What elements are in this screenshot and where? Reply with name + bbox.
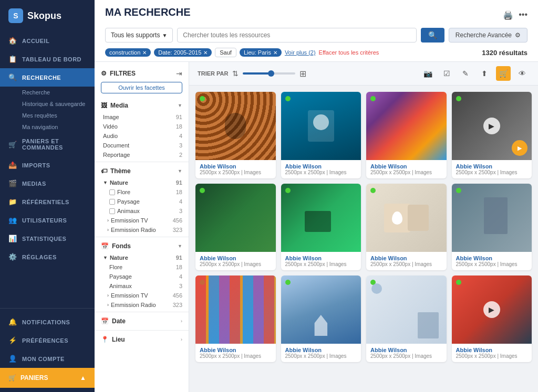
effacer-link[interactable]: Effacer tous les critères [319,49,379,56]
fonds-emmission-radio[interactable]: › Emmission Radio 323 [95,300,189,310]
subnav-recherche[interactable]: Recherche [22,87,95,98]
filter-document[interactable]: Document 3 [95,141,189,150]
theme-chevron-icon: ▼ [178,168,182,174]
sidebar-item-medias[interactable]: 🎬 MEDIAS [0,174,95,193]
image-card-8[interactable]: Abbie Wilson 2500px x 2500px | Images [452,184,532,270]
image-author-5: Abbie Wilson [200,255,272,261]
play-button-12[interactable]: ▶ [483,301,500,318]
support-selector[interactable]: Tous les supports ▼ [105,28,173,43]
image-thumb-3 [366,92,447,160]
theme-flore-checkbox[interactable] [109,189,115,195]
theme-paysage[interactable]: Paysage 4 [95,197,189,206]
check-btn[interactable]: ☑ [439,66,454,81]
play-button-4[interactable]: ▶ [483,118,500,134]
status-dot-5 [200,188,205,193]
image-card-12[interactable]: ▶ Abbie Wilson 2500px x 2500px | Images [452,276,532,362]
sidebar-item-notifications[interactable]: 🔔 NOTIFICATIONS [0,313,95,331]
sort-icon[interactable]: ⇅ [232,69,239,78]
filter-construction-label: construction [109,49,140,56]
image-meta-8: 2500px x 2500px | Images [456,261,528,267]
filter-section-media: 🖼 Media ▼ Image 91 Vidéo 18 Audio 4 [95,99,189,160]
remove-date-icon[interactable]: ✕ [203,50,208,56]
status-dot-1 [200,96,205,101]
image-author-12: Abbie Wilson [456,347,528,353]
voir-plus-link[interactable]: Voir plus (2) [285,49,316,56]
filters-panel: ⚙ FILTRES ⇥ Ouvrir les facettes 🖼 Media … [95,62,189,392]
image-card-11[interactable]: Abbie Wilson 2500px x 2500px | Images [366,276,447,362]
search-input[interactable] [183,31,411,39]
filter-tag-date[interactable]: Date: 2005-2015 ✕ [154,48,212,57]
fonds-section-header[interactable]: 📅 Fonds ▼ [95,239,189,253]
filters-header: ⚙ FILTRES ⇥ [95,67,189,82]
image-card-7[interactable]: Abbie Wilson 2500px x 2500px | Images [366,184,447,270]
share-btn[interactable]: ⬆ [477,66,492,81]
advanced-search-button[interactable]: Recherche Avancée ⚙ [449,28,527,43]
search-button[interactable]: 🔍 [421,28,444,43]
image-card-9[interactable]: Abbie Wilson 2500px x 2500px | Images [195,276,276,362]
image-card-5[interactable]: Abbie Wilson 2500px x 2500px | Images [195,184,276,270]
edit-btn[interactable]: ✎ [458,66,473,81]
theme-paysage-checkbox[interactable] [109,199,115,205]
sidebar-item-utilisateurs[interactable]: 👥 UTILISATEURS [0,211,95,229]
sidebar-item-accueil[interactable]: 🏠 ACCUEIL [0,31,95,50]
grid-view-icon[interactable]: ⊞ [299,69,306,79]
fonds-section-title: 📅 Fonds [101,242,131,250]
sidebar-item-statistiques[interactable]: 📊 STATISTIQUES [0,229,95,248]
filter-tag-lieu[interactable]: Lieu: Paris ✕ [240,48,282,57]
filter-image[interactable]: Image 91 [95,112,189,122]
filter-reportage[interactable]: Reportage 2 [95,150,189,160]
date-section-header[interactable]: 📅 Date › [95,314,189,328]
filter-tag-construction[interactable]: construction ✕ [105,48,151,57]
sidebar-item-referentiels[interactable]: 📁 RÉFÉRENTIELS [0,193,95,211]
theme-animaux-checkbox[interactable] [109,208,115,214]
theme-nature-parent[interactable]: ▼ Nature 91 [95,178,189,187]
fonds-emmission-tv[interactable]: › Emmission TV 456 [95,291,189,300]
lieu-section-header[interactable]: 📍 Lieu › [95,333,189,346]
image-card-2[interactable]: Abbie Wilson 2500px x 2500px | Images [281,92,361,178]
camera-btn[interactable]: 📷 [420,66,435,81]
remove-lieu-icon[interactable]: ✕ [273,50,277,56]
image-card-4[interactable]: ▶ ▶ Abbie Wilson 2500px x 2500px | Image… [452,92,532,178]
fonds-flore[interactable]: Flore 18 [95,262,189,272]
cart-toolbar-btn[interactable]: 🛒 [496,66,511,81]
more-options-icon[interactable]: ••• [519,10,527,20]
sidebar-item-preferences[interactable]: ⚡ PRÉFÉRENCES [0,331,95,349]
fonds-nature-parent[interactable]: ▼ Nature 91 [95,253,189,262]
image-card-6[interactable]: Abbie Wilson 2500px x 2500px | Images [281,184,361,270]
sidebar-item-compte[interactable]: 👤 MON COMPTE [0,349,95,368]
sidebar-item-imports[interactable]: 📤 IMPORTS [0,156,95,174]
subnav-navigation[interactable]: Ma navigation [22,121,95,133]
theme-section-header[interactable]: 🏷 Thème ▼ [95,164,189,178]
sidebar-item-recherche[interactable]: 🔍 RECHERCHE [0,68,95,87]
sidebar-item-paniers[interactable]: 🛒 PANIERS ET COMMANDES [0,133,95,156]
app-logo[interactable]: S Skopus [0,0,95,31]
theme-emmission-radio[interactable]: › Emmission Radio 323 [95,225,189,235]
paniers-bar[interactable]: 🛒 PANIERS ▲ [0,368,95,388]
theme-emmission-tv[interactable]: › Emmission TV 456 [95,216,189,225]
image-card-info-7: Abbie Wilson 2500px x 2500px | Images [366,252,447,270]
remove-construction-icon[interactable]: ✕ [142,50,147,56]
media-section-header[interactable]: 🖼 Media ▼ [95,99,189,112]
theme-flore[interactable]: Flore 18 [95,187,189,197]
image-meta-9: 2500px x 2500px | Images [200,353,272,359]
eye-btn[interactable]: 👁 [515,66,530,81]
theme-animaux[interactable]: Animaux 3 [95,206,189,216]
filter-toggle-icon[interactable]: ⇥ [176,69,182,78]
fonds-paysage[interactable]: Paysage 4 [95,272,189,281]
subnav-requetes[interactable]: Mes requêtes [22,110,95,121]
filter-video[interactable]: Vidéo 18 [95,122,189,131]
fonds-animaux[interactable]: Animaux 3 [95,281,189,291]
sidebar-item-tableau[interactable]: 📋 TABLEAU DE BORD [0,50,95,68]
paniers-cart-icon: 🛒 [8,374,16,382]
subnav-historique[interactable]: Historique & sauvegarde [22,98,95,110]
open-facets-button[interactable]: Ouvrir les facettes [101,82,182,93]
sidebar-item-reglages[interactable]: ⚙️ RÉGLAGES [0,248,95,266]
image-card-3[interactable]: Abbie Wilson 2500px x 2500px | Images [366,92,447,178]
image-card-1[interactable]: Abbie Wilson 2500px x 2500px | Images [195,92,276,178]
print-icon[interactable]: 🖨️ [503,10,513,20]
sort-slider[interactable] [243,72,295,75]
filter-audio[interactable]: Audio 4 [95,131,189,141]
image-meta-4: 2500px x 2500px | Images [456,169,528,175]
image-card-10[interactable]: Abbie Wilson 2500px x 2500px | Images [281,276,361,362]
support-label: Tous les supports [111,31,160,39]
